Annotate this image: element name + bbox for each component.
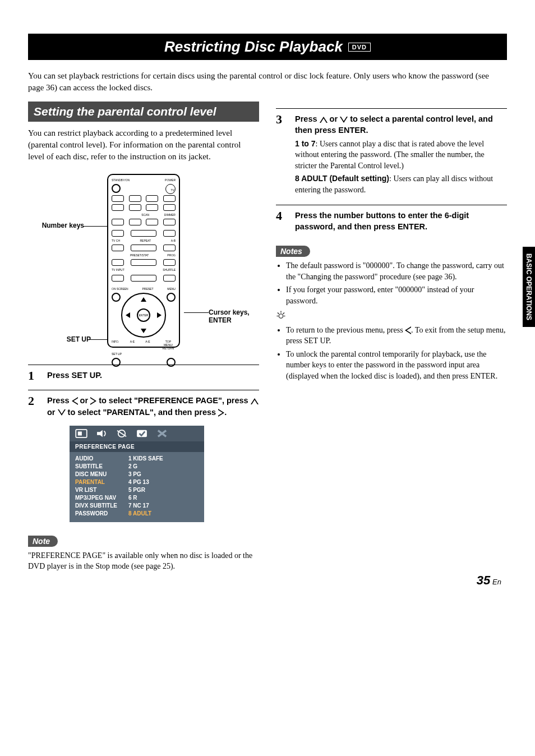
page-number: 35 En <box>477 573 501 588</box>
osd-tab-audio-icon <box>95 429 108 438</box>
remote-diagram: Number keys SET UP Cursor keys, ENTER ST… <box>28 174 259 348</box>
hint-item: To unlock the parental control temporari… <box>286 349 507 382</box>
osd-header: PREFERENCE PAGE <box>70 441 204 452</box>
callout-setup: SET UP <box>52 335 91 343</box>
step-title: Press the number buttons to enter the 6-… <box>295 210 507 233</box>
step-title: Press SET UP. <box>47 370 259 381</box>
osd-right-item: 1 KIDS SAFE <box>128 455 163 462</box>
step-detail: 1 to 7: Users cannot play a disc that is… <box>295 139 507 172</box>
osd-left-item: MP3/JPEG NAV <box>75 495 117 501</box>
svg-line-10 <box>283 312 284 314</box>
osd-menu-left: AUDIOSUBTITLEDISC MENUPARENTALVR LISTMP3… <box>75 455 117 517</box>
osd-left-item: PARENTAL <box>75 479 117 485</box>
left-arrow-icon <box>72 397 78 405</box>
side-tabs: BASIC OPERATIONS English <box>518 0 535 602</box>
note-label: Note <box>28 536 58 547</box>
osd-right-item: 2 G <box>128 463 163 469</box>
hints-list: To return to the previous menu, press . … <box>276 325 507 382</box>
osd-right-item: 5 PGR <box>128 487 163 493</box>
osd-right-item: 8 ADULT <box>128 510 163 517</box>
sub-intro-text: You can restrict playback according to a… <box>28 127 259 163</box>
step-title: Press or to select a parental control le… <box>295 113 507 136</box>
step-detail: 8 ADULT (Default setting): Users can pla… <box>295 173 507 195</box>
note-item: The default password is "000000". To cha… <box>286 260 507 282</box>
callout-cursor-enter: Cursor keys, ENTER <box>209 308 265 324</box>
hint-item: To return to the previous menu, press . … <box>286 325 507 347</box>
osd-right-item: 4 PG 13 <box>128 479 163 485</box>
osd-left-item: AUDIO <box>75 455 117 462</box>
osd-tab-general-icon <box>75 429 87 438</box>
onscreen-button-icon <box>112 293 121 302</box>
down-arrow-icon <box>58 409 66 416</box>
dpad-icon: ENTER <box>121 293 166 338</box>
down-arrow-icon <box>340 117 348 123</box>
right-column: 3 Press or to select a parental control … <box>276 102 507 580</box>
osd-left-item: VR LIST <box>75 487 117 493</box>
osd-right-item: 6 R <box>128 495 163 501</box>
step-number: 1 <box>28 370 38 383</box>
standby-button-icon <box>112 184 121 193</box>
page-title-bar: Restricting Disc Playback DVD <box>28 34 507 60</box>
intro-text: You can set playback restrictions for ce… <box>28 70 507 94</box>
osd-tab-close-icon <box>156 429 168 438</box>
step-2: 2 Press or to select "PREFERENCE PAGE", … <box>28 395 259 530</box>
svg-point-7 <box>279 314 283 318</box>
hint-icon <box>276 310 507 322</box>
right-arrow-icon <box>90 397 96 405</box>
osd-tab-icons <box>70 426 204 441</box>
osd-menu-right: 1 KIDS SAFE2 G3 PG4 PG 135 PGR6 R7 NC 17… <box>128 455 163 517</box>
notes-list: The default password is "000000". To cha… <box>276 260 507 306</box>
up-arrow-icon <box>320 117 328 123</box>
osd-right-item: 7 NC 17 <box>128 503 163 509</box>
right-arrow-icon <box>218 409 224 417</box>
left-column: Setting the parental control level You c… <box>28 102 259 580</box>
step-number: 3 <box>276 113 286 198</box>
svg-line-9 <box>278 312 279 314</box>
dvd-badge: DVD <box>348 43 371 52</box>
page-title: Restricting Disc Playback <box>164 38 343 56</box>
note-item: If you forget your password, enter "0000… <box>286 284 507 306</box>
osd-tab-video-icon <box>116 429 128 438</box>
subheading: Setting the parental control level <box>28 102 259 122</box>
side-tab-basic-operations: BASIC OPERATIONS <box>523 247 535 327</box>
note-text: "PREFERENCE PAGE" is available only when… <box>28 550 259 572</box>
left-arrow-icon <box>405 326 411 334</box>
notes-label: Notes <box>276 246 310 257</box>
setup-button-icon <box>112 358 121 367</box>
osd-left-item: PASSWORD <box>75 510 117 517</box>
osd-tab-preference-icon <box>136 429 148 438</box>
step-number: 2 <box>28 395 38 530</box>
osd-right-item: 3 PG <box>128 471 163 477</box>
step-3: 3 Press or to select a parental control … <box>276 113 507 198</box>
svg-rect-1 <box>78 431 82 435</box>
osd-left-item: SUBTITLE <box>75 463 117 469</box>
step-4: 4 Press the number buttons to enter the … <box>276 210 507 235</box>
step-title: Press or to select "PREFERENCE PAGE", pr… <box>47 395 259 418</box>
osd-preference-page: PREFERENCE PAGE AUDIOSUBTITLEDISC MENUPA… <box>70 426 204 522</box>
remote-control: STANDBY/ONPOWER TV SCANDIMMER TV CHREPEA… <box>107 174 180 348</box>
osd-left-item: DIVX SUBTITLE <box>75 503 117 509</box>
step-1: 1 Press SET UP. <box>28 370 259 383</box>
osd-left-item: DISC MENU <box>75 471 117 477</box>
up-arrow-icon <box>251 398 259 404</box>
menu-button-icon <box>167 293 176 302</box>
step-number: 4 <box>276 210 286 235</box>
callout-number-keys: Number keys <box>22 222 84 229</box>
